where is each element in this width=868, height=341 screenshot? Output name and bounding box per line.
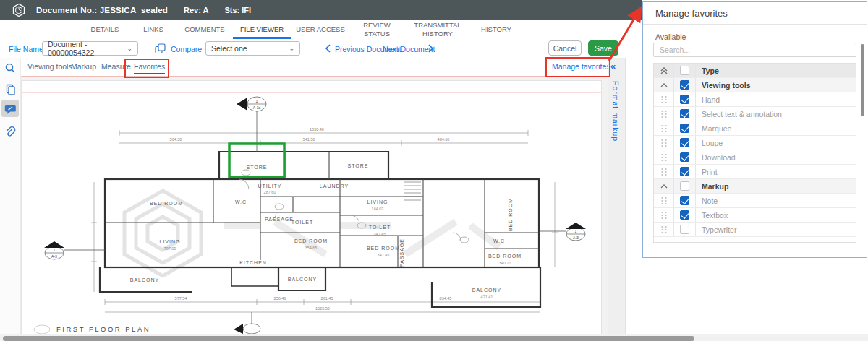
- compare-link[interactable]: Compare: [171, 45, 202, 53]
- previous-document-icon[interactable]: [325, 43, 331, 53]
- nav-tabs: DETAILS LINKS COMMENTS FILE VIEWER USER …: [80, 20, 521, 39]
- room-label: UTILITY: [258, 184, 281, 189]
- tab-details[interactable]: DETAILS: [80, 20, 130, 39]
- file-select-value: Document - 00000054322: [48, 40, 122, 57]
- row-checkbox[interactable]: [680, 124, 689, 133]
- favorites-item-row[interactable]: Select text & annotation: [654, 106, 856, 121]
- favorites-group-row[interactable]: Viewing tools: [654, 77, 856, 92]
- tab-links[interactable]: LINKS: [130, 20, 176, 39]
- favorites-item-row[interactable]: Print: [654, 164, 856, 178]
- collapse-all-icon[interactable]: [660, 66, 668, 75]
- room-dim: 354.65: [305, 246, 318, 250]
- chevron-down-icon: ⌄: [127, 45, 132, 52]
- dim-overall-bottom: 1525.50: [315, 306, 330, 311]
- favorites-item-row[interactable]: Typewriter: [654, 222, 856, 236]
- document-status: Sts: IFI: [224, 6, 251, 14]
- room-label: TOILET: [292, 220, 313, 225]
- room-label: LIVING: [367, 199, 388, 204]
- tab-review-status[interactable]: REVIEW STATUS: [350, 20, 404, 39]
- collapse-group-icon[interactable]: [660, 183, 668, 190]
- favorites-item-row[interactable]: Loupe: [654, 135, 856, 150]
- tab-user-access[interactable]: USER ACCESS: [291, 20, 350, 39]
- drag-handle-icon[interactable]: [660, 225, 667, 234]
- chevron-down-icon: ⌄: [289, 45, 294, 52]
- row-checkbox[interactable]: [680, 167, 689, 176]
- collapse-group-icon[interactable]: [660, 82, 668, 89]
- room-label: W.C: [235, 199, 247, 204]
- dim-bottom-2: 256.46: [274, 296, 286, 301]
- save-button[interactable]: Save: [588, 40, 618, 56]
- row-checkbox[interactable]: [680, 181, 689, 191]
- favorites-item-row[interactable]: Download: [654, 150, 856, 164]
- dim-top-2: 541.50: [303, 137, 315, 142]
- viewer-tab-measure[interactable]: Measure: [101, 62, 131, 71]
- room-label: PASSAGE: [399, 238, 404, 267]
- room-label: LAUNDRY: [320, 184, 349, 189]
- version-select[interactable]: Select one ⌄: [205, 41, 300, 56]
- format-markup-tab[interactable]: Format markup: [611, 81, 620, 142]
- room-label: BALCONY: [472, 288, 501, 293]
- comment-markup-icon[interactable]: [4, 103, 16, 115]
- row-checkbox[interactable]: [680, 109, 689, 118]
- manage-favorites-link[interactable]: Manage favorites: [552, 62, 610, 71]
- row-label: Typewriter: [696, 225, 856, 234]
- drag-handle-icon[interactable]: [660, 168, 667, 176]
- room-label: BED ROOM: [150, 201, 183, 206]
- tab-history[interactable]: HISTORY: [472, 20, 521, 39]
- horizontal-scrollbar-thumb[interactable]: [3, 336, 694, 341]
- document-title: Document No.: JESSICA_sealed: [36, 6, 168, 14]
- row-label: Loupe: [696, 139, 856, 147]
- floor-plan-drawing: 1550.40 504.30 541.50 484.60 577.54 256.…: [22, 81, 601, 334]
- cancel-button[interactable]: Cancel: [548, 40, 582, 56]
- pages-icon[interactable]: [4, 84, 16, 95]
- row-checkbox[interactable]: [680, 138, 689, 147]
- version-select-value: Select one: [211, 44, 247, 53]
- drag-handle-icon[interactable]: [660, 211, 667, 220]
- section-marker-bottom: [234, 312, 260, 334]
- drag-handle-icon[interactable]: [660, 95, 667, 104]
- dim-overall-top: 1550.40: [310, 127, 324, 131]
- favorites-table: Type Viewing tools Hand Select text & an…: [653, 63, 856, 243]
- tab-file-viewer[interactable]: FILE VIEWER: [233, 20, 291, 39]
- row-checkbox[interactable]: [680, 210, 689, 220]
- room-label: STORE: [247, 165, 268, 170]
- row-checkbox[interactable]: [680, 225, 689, 234]
- favorites-item-row[interactable]: Note: [654, 193, 856, 207]
- row-checkbox[interactable]: [680, 152, 689, 162]
- drag-handle-icon[interactable]: [660, 110, 667, 118]
- drag-handle-icon[interactable]: [660, 124, 667, 133]
- favorites-item-row[interactable]: Textbox: [654, 207, 856, 222]
- tab-comments[interactable]: COMMENTS: [176, 20, 233, 39]
- file-select[interactable]: Document - 00000054322 ⌄: [42, 41, 138, 56]
- favorites-item-row[interactable]: Marquee: [654, 121, 856, 135]
- tab-transmittal-history[interactable]: TRANSMITTAL HISTORY: [404, 20, 472, 39]
- room-label: STORE: [348, 163, 369, 168]
- room-dim: 421.41: [481, 295, 493, 299]
- viewer-tab-markup[interactable]: Markup: [71, 62, 96, 71]
- panel-scrollbar[interactable]: [861, 44, 864, 116]
- select-all-checkbox[interactable]: [680, 66, 689, 75]
- row-checkbox[interactable]: [680, 95, 689, 104]
- drag-handle-icon[interactable]: [660, 197, 667, 205]
- row-label: Markup: [696, 182, 856, 191]
- viewer-tab-favorites[interactable]: Favorites: [134, 62, 165, 74]
- room-label: PASSAGE: [265, 217, 294, 222]
- viewer-tab-viewing-tools[interactable]: Viewing tools: [27, 62, 72, 71]
- favorites-item-row[interactable]: Hand: [654, 92, 856, 106]
- search-icon[interactable]: [4, 62, 16, 74]
- manage-favorites-panel: Manage favorites Available Type Viewing …: [642, 1, 867, 258]
- favorites-group-row[interactable]: Markup: [654, 178, 856, 193]
- link-icon[interactable]: [4, 126, 16, 137]
- dim-bottom-3: 261.45: [321, 296, 333, 301]
- row-checkbox[interactable]: [680, 196, 689, 205]
- drag-handle-icon[interactable]: [660, 139, 667, 147]
- row-label: Note: [696, 197, 856, 205]
- room-label: KITCHEN: [239, 260, 267, 265]
- favorites-search-input[interactable]: [653, 43, 856, 57]
- next-document-icon[interactable]: [427, 43, 434, 53]
- drag-handle-icon[interactable]: [660, 153, 667, 162]
- collapse-panel-icon[interactable]: «: [610, 61, 616, 72]
- row-label: Viewing tools: [696, 81, 856, 90]
- row-checkbox[interactable]: [680, 80, 689, 90]
- table-footer: [654, 236, 856, 242]
